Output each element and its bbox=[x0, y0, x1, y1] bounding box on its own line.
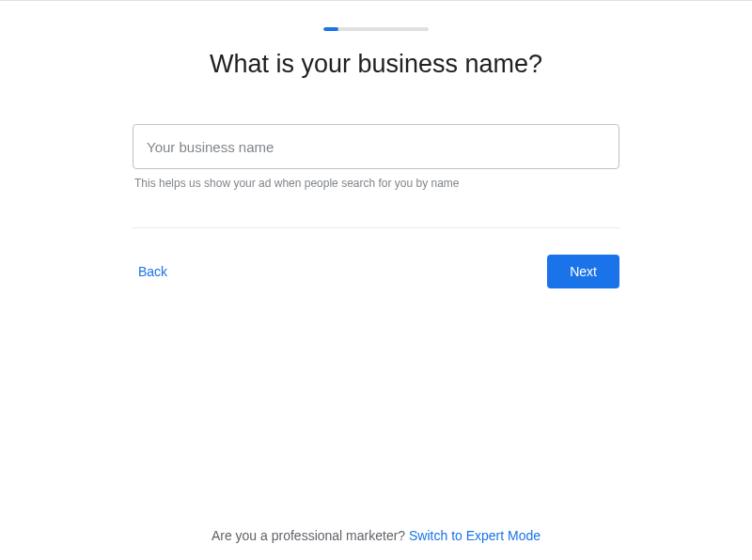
footer: Are you a professional marketer? Switch … bbox=[0, 528, 752, 543]
business-name-helper: This helps us show your ad when people s… bbox=[133, 177, 619, 190]
business-name-input[interactable] bbox=[133, 124, 619, 169]
page-heading: What is your business name? bbox=[210, 50, 542, 79]
progress-fill bbox=[323, 27, 338, 31]
back-button[interactable]: Back bbox=[133, 257, 173, 287]
footer-prompt: Are you a professional marketer? bbox=[212, 528, 409, 543]
next-button[interactable]: Next bbox=[547, 255, 619, 288]
switch-expert-mode-link[interactable]: Switch to Expert Mode bbox=[409, 528, 540, 543]
button-row: Back Next bbox=[133, 255, 619, 288]
onboarding-step-container: What is your business name? This helps u… bbox=[0, 1, 752, 288]
form-wrap: This helps us show your ad when people s… bbox=[133, 124, 619, 190]
progress-bar bbox=[323, 27, 429, 31]
divider bbox=[133, 227, 619, 228]
